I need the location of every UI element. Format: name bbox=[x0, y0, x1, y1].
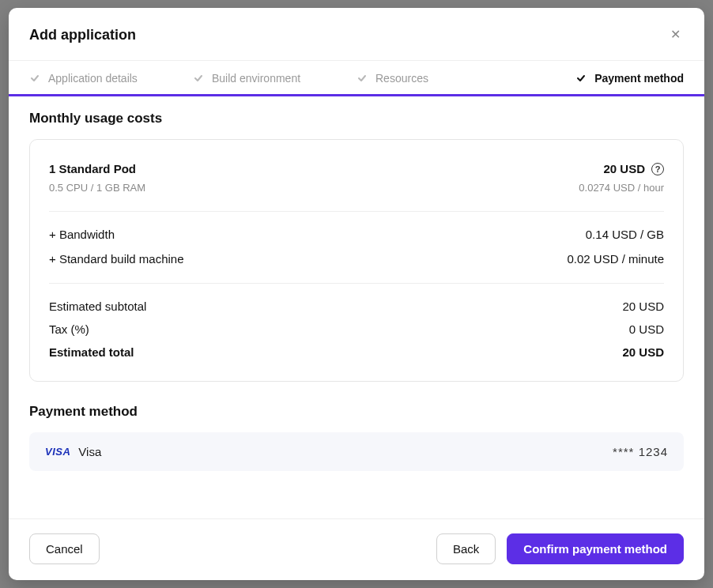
add-application-modal: Add application ✕ Application details Bu… bbox=[9, 8, 704, 580]
close-button[interactable]: ✕ bbox=[667, 25, 684, 44]
visa-logo-icon: VISA bbox=[45, 446, 70, 458]
costs-section-title: Monthly usage costs bbox=[29, 111, 684, 126]
step-label: Build environment bbox=[212, 72, 300, 85]
close-icon: ✕ bbox=[670, 28, 681, 41]
cost-block-addons: + Bandwidth 0.14 USD / GB + Standard bui… bbox=[49, 224, 664, 284]
bandwidth-label: + Bandwidth bbox=[49, 228, 115, 241]
pod-rate: 0.0274 USD / hour bbox=[579, 182, 664, 194]
step-resources[interactable]: Resources bbox=[356, 72, 520, 85]
tax-value: 0 USD bbox=[629, 322, 664, 336]
step-label: Resources bbox=[375, 72, 428, 85]
modal-content: Monthly usage costs 1 Standard Pod 20 US… bbox=[9, 96, 704, 518]
build-machine-price: 0.02 USD / minute bbox=[567, 252, 664, 266]
info-icon[interactable]: ? bbox=[651, 163, 664, 175]
bandwidth-price: 0.14 USD / GB bbox=[586, 228, 664, 241]
pod-title: 1 Standard Pod bbox=[49, 162, 136, 175]
payment-section-title: Payment method bbox=[29, 404, 684, 420]
check-icon bbox=[356, 73, 368, 84]
card-last4: **** 1234 bbox=[613, 445, 668, 458]
cost-block-totals: Estimated subtotal 20 USD Tax (%) 0 USD … bbox=[49, 296, 664, 362]
check-icon bbox=[575, 73, 587, 84]
step-build-environment[interactable]: Build environment bbox=[193, 72, 356, 85]
subtotal-value: 20 USD bbox=[622, 300, 664, 313]
confirm-payment-button[interactable]: Confirm payment method bbox=[507, 533, 684, 564]
total-label: Estimated total bbox=[49, 345, 134, 359]
subtotal-label: Estimated subtotal bbox=[49, 300, 146, 313]
payment-brand-name: Visa bbox=[78, 445, 101, 458]
total-value: 20 USD bbox=[622, 345, 664, 359]
payment-brand: VISA Visa bbox=[45, 445, 101, 458]
stepper: Application details Build environment Re… bbox=[9, 61, 704, 96]
tax-label: Tax (%) bbox=[49, 322, 89, 336]
step-application-details[interactable]: Application details bbox=[29, 72, 193, 85]
modal-header: Add application ✕ bbox=[9, 8, 704, 61]
step-label: Payment method bbox=[594, 72, 684, 85]
check-icon bbox=[193, 73, 204, 84]
pod-spec: 0.5 CPU / 1 GB RAM bbox=[49, 182, 145, 194]
costs-card: 1 Standard Pod 20 USD ? 0.5 CPU / 1 GB R… bbox=[29, 139, 684, 382]
check-icon bbox=[29, 73, 40, 84]
cancel-button[interactable]: Cancel bbox=[29, 533, 100, 564]
step-payment-method[interactable]: Payment method bbox=[520, 72, 684, 85]
cost-block-pod: 1 Standard Pod 20 USD ? 0.5 CPU / 1 GB R… bbox=[49, 159, 664, 212]
payment-method-box[interactable]: VISA Visa **** 1234 bbox=[29, 432, 684, 471]
pod-price: 20 USD ? bbox=[603, 162, 664, 175]
modal-footer: Cancel Back Confirm payment method bbox=[9, 518, 704, 580]
back-button[interactable]: Back bbox=[436, 533, 496, 564]
step-label: Application details bbox=[48, 72, 138, 85]
modal-title: Add application bbox=[29, 27, 136, 43]
build-machine-label: + Standard build machine bbox=[49, 252, 184, 266]
